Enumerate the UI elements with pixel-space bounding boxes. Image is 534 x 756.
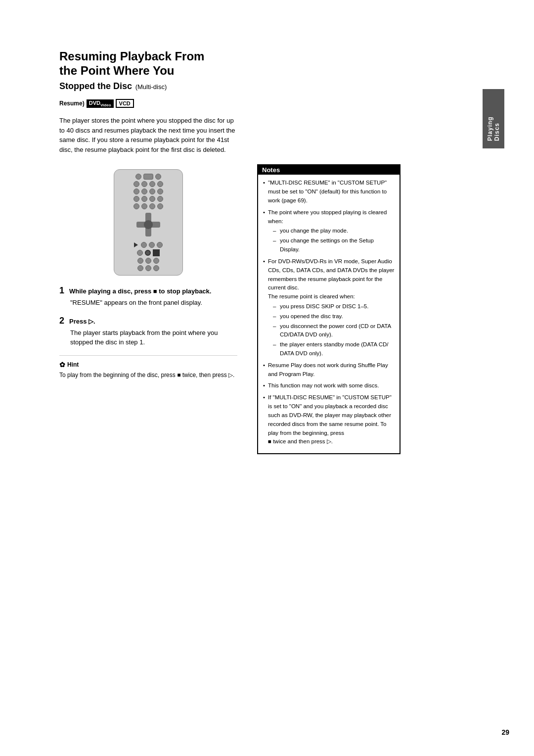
badge-dvd: DVDVideo (87, 99, 114, 108)
remote-d2 (145, 265, 151, 271)
sidebar-tab: Playing Discs (483, 89, 504, 148)
step-1: 1 While playing a disc, press ■ to stop … (59, 285, 237, 308)
remote-num-10 (141, 196, 147, 202)
remote-num-15 (149, 203, 155, 209)
notes-content: "MULTI-DISC RESUME" in "CUSTOM SETUP" mu… (258, 175, 400, 453)
resume-badge: Resume) DVDVideo VCD (59, 99, 134, 108)
remote-stop-btn (145, 250, 151, 256)
remote-num-7 (149, 189, 155, 194)
remote-num-12 (157, 196, 163, 202)
remote-trans-1 (141, 242, 147, 248)
note-item-4: Resume Play does not work during Shuffle… (263, 361, 395, 379)
notes-box: Notes "MULTI-DISC RESUME" in "CUSTOM SET… (257, 164, 400, 454)
remote-btn-1 (135, 174, 141, 180)
note-sub-list-3: you press DISC SKIP or DISC 1–5. you ope… (268, 302, 395, 358)
remote-trans-3 (157, 242, 163, 248)
title-line2: the Point Where You (59, 64, 174, 77)
remote-c1 (137, 258, 143, 264)
title-line1: Resuming Playback From (59, 49, 204, 63)
remote-b1 (137, 250, 143, 256)
step-1-number: 1 (59, 285, 64, 296)
remote-image-container (59, 169, 237, 276)
multi-disc-label: (Multi-disc) (135, 83, 167, 91)
note-sub-3-4: the player enters standby mode (DATA CD/… (273, 340, 395, 358)
title-line3: Stopped the Disc (59, 81, 132, 91)
note-sub-list-2: you change the play mode. you change the… (268, 227, 395, 254)
notes-header: Notes (258, 165, 400, 175)
hint-text: To play from the beginning of the disc, … (59, 371, 237, 379)
remote-num-13 (134, 203, 139, 209)
remote-btn-2 (155, 174, 161, 180)
remote-btn-display (143, 174, 153, 180)
hint-label: Hint (67, 361, 79, 368)
hint-title: ✿ Hint (59, 361, 237, 369)
page-title: Resuming Playback From the Point Where Y… (59, 49, 400, 92)
note-sub-3-1: you press DISC SKIP or DISC 1–5. (273, 302, 395, 311)
remote-num-3 (149, 181, 155, 187)
left-column: 1 While playing a disc, press ■ to stop … (59, 164, 237, 460)
play-arrow-icon (134, 242, 138, 247)
remote-num-14 (141, 203, 147, 209)
step-1-desc: "RESUME" appears on the front panel disp… (70, 298, 237, 308)
badge-resume-text: Resume) (59, 100, 85, 107)
remote-num-16 (157, 203, 163, 209)
remote-c2 (145, 258, 151, 264)
remote-d1 (137, 265, 143, 271)
note-item-6: If "MULTI-DISC RESUME" in "CUSTOM SETUP"… (263, 393, 395, 446)
note-item-1: "MULTI-DISC RESUME" in "CUSTOM SETUP" mu… (263, 179, 395, 205)
note-sub-2-2: you change the settings on the Setup Dis… (273, 236, 395, 254)
remote-control (114, 169, 183, 276)
step-2-desc: The player starts playback from the poin… (70, 328, 237, 347)
remote-d3 (153, 265, 159, 271)
remote-num-2 (141, 181, 147, 187)
remote-num-6 (141, 189, 147, 194)
note-item-2: The point where you stopped playing is c… (263, 208, 395, 254)
note-sub-3-2: you opened the disc tray. (273, 312, 395, 321)
remote-num-5 (134, 189, 139, 194)
remote-dpad (136, 213, 160, 236)
hint-icon: ✿ (59, 361, 65, 369)
note-sub-3-3: you disconnect the power cord (CD or DAT… (273, 322, 395, 340)
note-item-3: For DVD-RWs/DVD-Rs in VR mode, Super Aud… (263, 257, 395, 358)
badge-vcd: VCD (116, 99, 134, 108)
step-2-title: Press ▷. (69, 318, 95, 325)
remote-c3 (153, 258, 159, 264)
notes-list: "MULTI-DISC RESUME" in "CUSTOM SETUP" mu… (263, 179, 395, 446)
step-2: 2 Press ▷. The player starts playback fr… (59, 316, 237, 347)
intro-text: The player stores the point where you st… (59, 116, 237, 154)
right-column: Notes "MULTI-DISC RESUME" in "CUSTOM SET… (257, 164, 400, 460)
right-sidebar: Playing Discs (425, 30, 504, 726)
remote-num-8 (157, 189, 163, 194)
remote-trans-2 (149, 242, 155, 248)
remote-num-11 (149, 196, 155, 202)
hint-section: ✿ Hint To play from the beginning of the… (59, 355, 237, 379)
stop-square-icon (153, 249, 160, 256)
page-number: 29 (501, 728, 509, 736)
remote-num-9 (134, 196, 139, 202)
remote-num-1 (134, 181, 139, 187)
step-1-title: While playing a disc, press ■ to stop pl… (69, 287, 211, 295)
step-2-number: 2 (59, 316, 64, 326)
note-sub-2-1: you change the play mode. (273, 227, 395, 236)
remote-num-4 (157, 181, 163, 187)
note-item-5: This function may not work with some dis… (263, 381, 395, 390)
